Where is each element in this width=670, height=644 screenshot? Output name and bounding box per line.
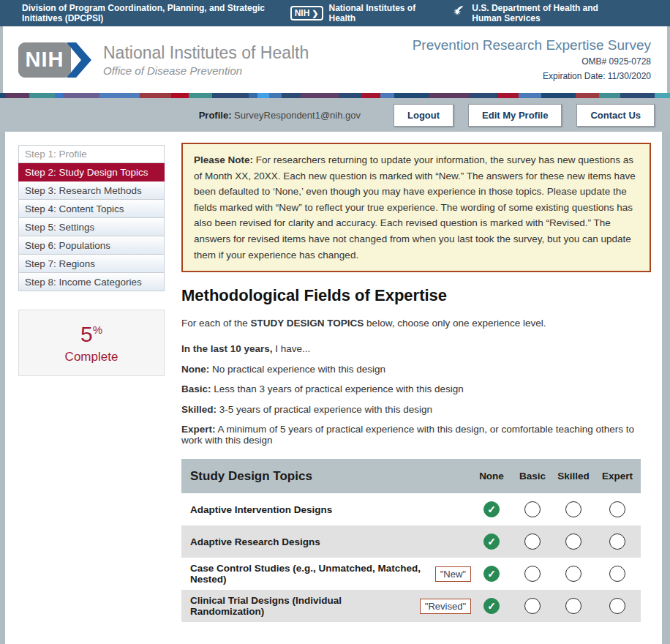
intro-text: For each of the STUDY DESIGN TOPICS belo… [181, 318, 651, 329]
check-icon: ✓ [487, 536, 496, 547]
sidebar: Step 1: Profile Step 2: Study Design Top… [18, 132, 165, 644]
profile-label: Profile: [199, 110, 232, 121]
radio-skilled[interactable] [565, 501, 581, 517]
row-label: Adaptive Research Designs [181, 536, 471, 547]
radio-expert[interactable] [609, 566, 625, 582]
table-header: Study Design Topics None Basic Skilled E… [181, 459, 641, 493]
radio-none-checked[interactable]: ✓ [483, 533, 500, 550]
check-icon: ✓ [487, 600, 496, 612]
site-header: NIH National Institutes of Health Office… [3, 26, 667, 93]
progress-percent: 5% [80, 322, 102, 347]
contact-us-button[interactable]: Contact Us [576, 104, 655, 127]
color-stripe [0, 93, 670, 98]
radio-basic[interactable] [524, 566, 541, 582]
sidebar-item-study-design-topics[interactable]: Step 2: Study Design Topics [18, 163, 165, 181]
radio-skilled[interactable] [565, 533, 581, 550]
expiration-date: Expiration Date: 11/30/2020 [413, 70, 651, 82]
column-header-expert: Expert [594, 471, 641, 482]
sidebar-item-populations[interactable]: Step 6: Populations [18, 236, 165, 255]
dpcpsi-link[interactable]: Division of Program Coordination, Planni… [22, 3, 290, 23]
table-row: Case Control Studies (e.g., Unmatched, M… [181, 558, 641, 590]
progress-indicator: 5% Complete [18, 310, 165, 376]
column-header-skilled: Skilled [553, 471, 594, 482]
table-title: Study Design Topics [181, 469, 471, 484]
hhs-eagle-icon [450, 4, 466, 23]
nih-topbar-link[interactable]: NIH❯ National Institutes of Health [290, 3, 418, 23]
column-header-basic: Basic [512, 471, 553, 482]
table-row: Clinical Trial Designs (Individual Rando… [181, 590, 641, 622]
progress-label: Complete [65, 350, 118, 364]
content-column: Please Note: For researchers returning t… [181, 132, 651, 644]
radio-expert[interactable] [609, 501, 625, 517]
hhs-link[interactable]: U.S. Department of Health and Human Serv… [472, 3, 630, 23]
sidebar-item-content-topics[interactable]: Step 4: Content Topics [18, 200, 165, 218]
org-name: National Institutes of Health [103, 43, 309, 63]
please-note-box: Please Note: For researchers returning t… [181, 143, 651, 272]
profile-bar: Profile: SurveyRespondent1@nih.gov Logou… [0, 98, 670, 132]
revised-badge: "Revised" [420, 599, 471, 614]
nih-logo-small-icon: NIH❯ [290, 6, 323, 20]
hhs-topbar-link[interactable]: U.S. Department of Health and Human Serv… [450, 3, 630, 23]
definition-skilled: Skilled: 3-5 years of practical experien… [181, 404, 651, 415]
radio-skilled[interactable] [565, 566, 581, 582]
radio-basic[interactable] [524, 598, 541, 614]
note-label: Please Note: [194, 154, 253, 165]
chevron-right-icon: ❯ [312, 9, 318, 18]
nih-names: National Institutes of Health Office of … [103, 43, 309, 77]
nih-logo: NIH National Institutes of Health Office… [18, 42, 309, 78]
check-icon: ✓ [487, 503, 496, 515]
nih-logo-chevron-icon [67, 42, 94, 78]
office-name: Office of Disease Prevention [103, 64, 309, 77]
timeframe-line: In the last 10 years, I have... [181, 343, 651, 354]
definition-expert: Expert: A minimum of 5 years of practica… [181, 424, 651, 446]
sidebar-item-settings[interactable]: Step 5: Settings [18, 218, 165, 236]
nih-link[interactable]: National Institutes of Health [329, 3, 418, 23]
column-header-none: None [471, 471, 512, 482]
radio-none-checked[interactable]: ✓ [483, 566, 500, 582]
row-label: Adaptive Intervention Designs [181, 504, 471, 515]
check-icon: ✓ [487, 568, 496, 580]
gov-topbar: Division of Program Coordination, Planni… [0, 0, 670, 26]
radio-basic[interactable] [524, 501, 541, 517]
note-text: For researchers returning to update your… [194, 154, 636, 261]
nih-logo-box: NIH [18, 42, 71, 78]
radio-basic[interactable] [524, 533, 541, 550]
row-label: Case Control Studies (e.g., Unmatched, M… [181, 563, 471, 585]
radio-skilled[interactable] [565, 598, 581, 614]
sidebar-item-income-categories[interactable]: Step 8: Income Categories [18, 273, 165, 291]
experience-definitions: In the last 10 years, I have... None: No… [181, 343, 651, 446]
profile-email-value: SurveyRespondent1@nih.gov [234, 110, 361, 121]
new-badge: "New" [435, 566, 471, 582]
radio-expert[interactable] [609, 598, 625, 614]
edit-profile-button[interactable]: Edit My Profile [468, 104, 562, 127]
survey-title: Prevention Research Expertise Survey [413, 37, 651, 53]
table-row: Adaptive Intervention Designs ✓ [181, 493, 641, 525]
sidebar-item-profile[interactable]: Step 1: Profile [18, 145, 165, 163]
radio-none-checked[interactable]: ✓ [483, 598, 500, 614]
page-title: Methodological Fields of Expertise [181, 286, 651, 305]
study-design-table: Study Design Topics None Basic Skilled E… [181, 459, 651, 622]
sidebar-item-research-methods[interactable]: Step 3: Research Methods [18, 181, 165, 200]
radio-none-checked[interactable]: ✓ [483, 501, 500, 517]
radio-expert[interactable] [609, 533, 625, 550]
nih-logo-mark-icon: NIH [18, 42, 94, 78]
sidebar-item-regions[interactable]: Step 7: Regions [18, 255, 165, 273]
table-row: Adaptive Research Designs ✓ [181, 525, 641, 558]
row-label: Clinical Trial Designs (Individual Rando… [181, 595, 471, 617]
main-content: Step 1: Profile Step 2: Study Design Top… [5, 132, 662, 644]
header-right: Prevention Research Expertise Survey OMB… [413, 37, 651, 81]
definition-basic: Basic: Less than 3 years of practical ex… [181, 383, 651, 394]
profile-email: Profile: SurveyRespondent1@nih.gov [199, 110, 361, 121]
omb-number: OMB# 0925-0728 [413, 56, 651, 67]
definition-none: None: No practical experience with this … [181, 364, 651, 375]
step-nav: Step 1: Profile Step 2: Study Design Top… [18, 145, 165, 291]
logout-button[interactable]: Logout [394, 104, 453, 127]
page: Division of Program Coordination, Planni… [0, 0, 670, 644]
